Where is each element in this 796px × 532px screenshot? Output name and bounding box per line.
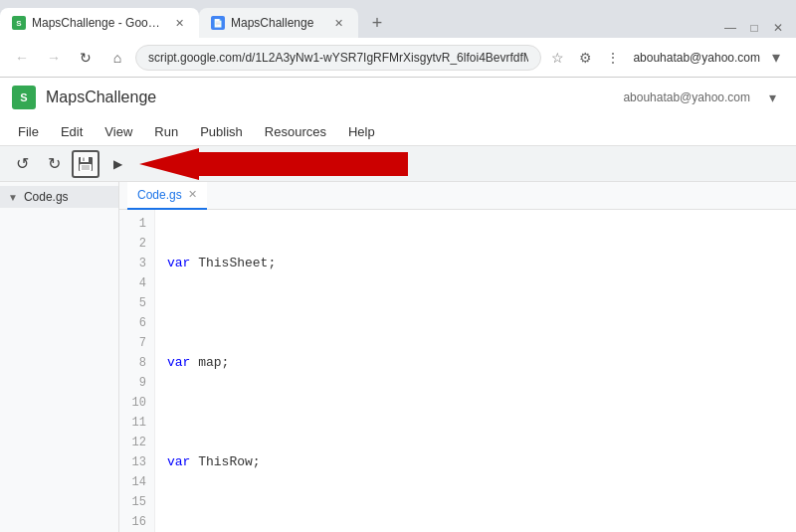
code-line-3: var map; xyxy=(167,353,784,373)
menu-bar: File Edit View Run Publish Resources Hel… xyxy=(0,117,796,145)
mapschallenge-favicon: 📄 xyxy=(211,16,225,30)
ln-7: 7 xyxy=(127,333,146,353)
svg-rect-2 xyxy=(83,157,85,161)
code-tab-label: Code.gs xyxy=(137,188,182,202)
user-email: abouhatab@yahoo.com xyxy=(633,51,760,65)
redo-button[interactable]: ↻ xyxy=(40,150,68,178)
toolbar: ↺ ↻ ▶ xyxy=(0,146,796,182)
home-button[interactable]: ⌂ xyxy=(103,44,131,72)
editor-area: ▼ Code.gs Code.gs ✕ 1 2 3 4 5 6 7 8 9 xyxy=(0,182,796,532)
code-line-5: var ThisRow; xyxy=(167,452,784,472)
refresh-button[interactable]: ↻ xyxy=(72,44,100,72)
code-line-1: var ThisSheet; xyxy=(167,254,784,273)
code-editor: Code.gs ✕ 1 2 3 4 5 6 7 8 9 10 11 12 13 … xyxy=(119,182,796,532)
menu-publish[interactable]: Publish xyxy=(190,120,253,143)
app-title-row: S MapsChallenge abouhatab@yahoo.com ▾ xyxy=(0,78,796,117)
app-icon: S xyxy=(12,86,36,109)
arrow-overlay xyxy=(139,148,408,180)
file-tree: ▼ Code.gs xyxy=(0,182,119,532)
ln-3: 3 xyxy=(127,254,146,273)
ln-5: 5 xyxy=(127,293,146,313)
tab-sheets-close[interactable]: ✕ xyxy=(171,15,187,31)
run-button[interactable]: ▶ xyxy=(103,150,131,178)
ln-11: 11 xyxy=(127,413,146,433)
new-tab-button[interactable]: + xyxy=(362,8,392,38)
tab-mapschallenge[interactable]: 📄 MapsChallenge ✕ xyxy=(199,8,358,38)
app-title: MapsChallenge xyxy=(46,89,156,106)
address-bar-row: ← → ↻ ⌂ ☆ ⚙ ⋮ abouhatab@yahoo.com ▾ xyxy=(0,38,796,78)
svg-marker-5 xyxy=(139,148,408,180)
app-header: S MapsChallenge abouhatab@yahoo.com ▾ Fi… xyxy=(0,78,796,146)
address-icons: ☆ ⚙ ⋮ xyxy=(545,46,625,70)
menu-help[interactable]: Help xyxy=(338,120,385,143)
minimize-button[interactable]: — xyxy=(720,18,740,38)
header-user-dropdown[interactable]: ▾ xyxy=(760,86,784,109)
user-avatar[interactable]: ▾ xyxy=(764,46,788,70)
file-chevron-icon: ▼ xyxy=(8,192,18,203)
code-tab-close-icon[interactable]: ✕ xyxy=(188,188,197,201)
code-lines[interactable]: var ThisSheet; var map; var ThisRow; var… xyxy=(155,210,796,532)
code-tab-code-gs[interactable]: Code.gs ✕ xyxy=(127,182,207,210)
ln-2: 2 xyxy=(127,234,146,254)
tab-sheets[interactable]: S MapsChallenge - Google Sheets ✕ xyxy=(0,8,199,38)
code-content[interactable]: 1 2 3 4 5 6 7 8 9 10 11 12 13 14 15 16 1… xyxy=(119,210,796,532)
code-tabs: Code.gs ✕ xyxy=(119,182,796,210)
menu-edit[interactable]: Edit xyxy=(51,120,93,143)
tab-mapschallenge-close[interactable]: ✕ xyxy=(330,15,346,31)
close-window-button[interactable]: ✕ xyxy=(768,18,788,38)
forward-button[interactable]: → xyxy=(40,44,68,72)
sheets-favicon: S xyxy=(12,16,26,30)
tab-bar: S MapsChallenge - Google Sheets ✕ 📄 Maps… xyxy=(0,0,796,38)
ln-15: 15 xyxy=(127,492,146,512)
menu-dots-icon[interactable]: ⋮ xyxy=(601,46,625,70)
ln-6: 6 xyxy=(127,313,146,333)
menu-resources[interactable]: Resources xyxy=(255,120,336,143)
ln-13: 13 xyxy=(127,452,146,472)
menu-view[interactable]: View xyxy=(95,120,142,143)
ln-1: 1 xyxy=(127,214,146,234)
ln-16: 16 xyxy=(127,512,146,532)
ln-10: 10 xyxy=(127,393,146,413)
tab-mapschallenge-title: MapsChallenge xyxy=(231,16,324,30)
header-user-email: abouhatab@yahoo.com xyxy=(623,90,750,104)
ln-9: 9 xyxy=(127,373,146,393)
bookmark-icon[interactable]: ☆ xyxy=(545,46,569,70)
file-item-code-gs[interactable]: ▼ Code.gs xyxy=(0,186,118,208)
address-input[interactable] xyxy=(135,45,541,71)
ln-8: 8 xyxy=(127,353,146,373)
svg-rect-4 xyxy=(82,165,90,170)
save-button[interactable] xyxy=(72,150,100,178)
ln-12: 12 xyxy=(127,433,146,452)
back-button[interactable]: ← xyxy=(8,44,36,72)
maximize-button[interactable]: □ xyxy=(744,18,764,38)
ln-14: 14 xyxy=(127,472,146,492)
menu-file[interactable]: File xyxy=(8,120,49,143)
undo-button[interactable]: ↺ xyxy=(8,150,36,178)
line-numbers: 1 2 3 4 5 6 7 8 9 10 11 12 13 14 15 16 1… xyxy=(119,210,155,532)
file-label: Code.gs xyxy=(24,190,69,204)
menu-run[interactable]: Run xyxy=(144,120,188,143)
extension-icon[interactable]: ⚙ xyxy=(573,46,597,70)
ln-4: 4 xyxy=(127,273,146,293)
tab-sheets-title: MapsChallenge - Google Sheets xyxy=(32,16,165,30)
